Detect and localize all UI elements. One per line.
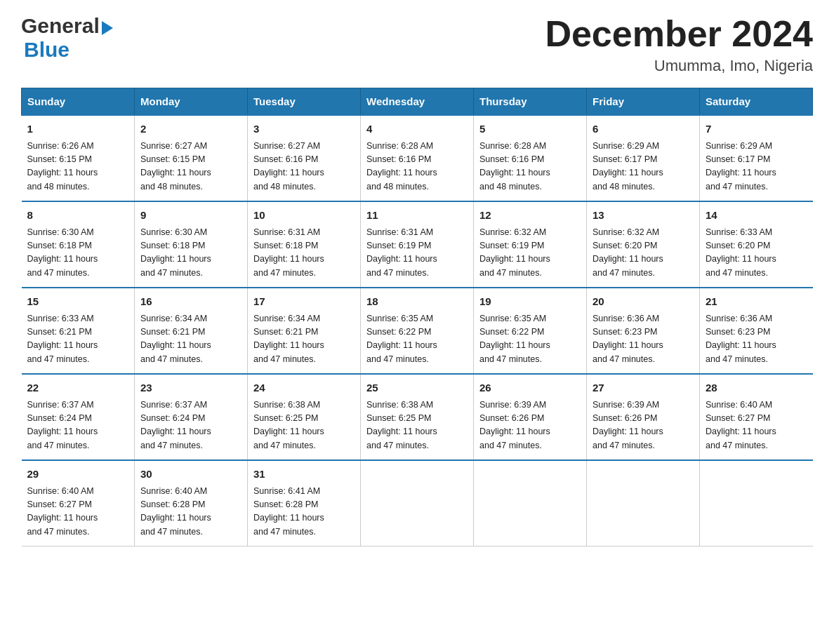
day-number: 23 — [140, 380, 241, 396]
calendar-week-row: 8Sunrise: 6:30 AMSunset: 6:18 PMDaylight… — [22, 201, 813, 288]
day-info: Sunrise: 6:41 AMSunset: 6:28 PMDaylight:… — [253, 485, 355, 539]
calendar-day-cell: 9Sunrise: 6:30 AMSunset: 6:18 PMDaylight… — [135, 201, 248, 288]
day-info: Sunrise: 6:29 AMSunset: 6:17 PMDaylight:… — [706, 140, 807, 194]
calendar-day-cell: 28Sunrise: 6:40 AMSunset: 6:27 PMDayligh… — [700, 374, 813, 460]
calendar-day-cell: 30Sunrise: 6:40 AMSunset: 6:28 PMDayligh… — [135, 460, 248, 546]
calendar-day-cell: 12Sunrise: 6:32 AMSunset: 6:19 PMDayligh… — [474, 201, 587, 288]
day-info: Sunrise: 6:36 AMSunset: 6:23 PMDaylight:… — [706, 312, 807, 367]
day-number: 9 — [140, 208, 241, 224]
weekday-header-thursday: Thursday — [474, 88, 587, 116]
day-number: 6 — [593, 121, 694, 137]
day-number: 21 — [706, 294, 807, 310]
day-info: Sunrise: 6:39 AMSunset: 6:26 PMDaylight:… — [593, 398, 694, 453]
day-number: 13 — [593, 208, 694, 224]
calendar-week-row: 22Sunrise: 6:37 AMSunset: 6:24 PMDayligh… — [22, 374, 813, 460]
calendar-day-cell: 11Sunrise: 6:31 AMSunset: 6:19 PMDayligh… — [361, 201, 474, 288]
day-info: Sunrise: 6:35 AMSunset: 6:22 PMDaylight:… — [366, 312, 468, 367]
calendar-day-cell: 31Sunrise: 6:41 AMSunset: 6:28 PMDayligh… — [248, 460, 361, 546]
calendar-day-cell: 26Sunrise: 6:39 AMSunset: 6:26 PMDayligh… — [474, 374, 587, 460]
day-number: 10 — [253, 208, 355, 224]
calendar-day-cell: 15Sunrise: 6:33 AMSunset: 6:21 PMDayligh… — [22, 288, 135, 374]
calendar-subtitle: Umumma, Imo, Nigeria — [545, 57, 813, 75]
day-info: Sunrise: 6:35 AMSunset: 6:22 PMDaylight:… — [479, 312, 581, 367]
logo-general-text: General — [21, 14, 100, 38]
day-info: Sunrise: 6:28 AMSunset: 6:16 PMDaylight:… — [479, 140, 581, 194]
day-info: Sunrise: 6:36 AMSunset: 6:23 PMDaylight:… — [593, 312, 694, 367]
calendar-day-cell: 17Sunrise: 6:34 AMSunset: 6:21 PMDayligh… — [248, 288, 361, 374]
calendar-week-row: 15Sunrise: 6:33 AMSunset: 6:21 PMDayligh… — [22, 288, 813, 374]
calendar-day-cell: 6Sunrise: 6:29 AMSunset: 6:17 PMDaylight… — [587, 115, 700, 201]
calendar-day-cell: 24Sunrise: 6:38 AMSunset: 6:25 PMDayligh… — [248, 374, 361, 460]
day-number: 7 — [706, 121, 807, 137]
day-info: Sunrise: 6:30 AMSunset: 6:18 PMDaylight:… — [27, 226, 129, 281]
weekday-header-wednesday: Wednesday — [361, 88, 474, 116]
calendar-day-cell: 20Sunrise: 6:36 AMSunset: 6:23 PMDayligh… — [587, 288, 700, 374]
page-header: General Blue December 2024 Umumma, Imo, … — [21, 14, 813, 75]
logo: General Blue — [21, 14, 113, 62]
day-number: 30 — [140, 467, 241, 483]
day-number: 3 — [253, 121, 355, 137]
day-number: 1 — [27, 121, 129, 137]
calendar-day-cell: 1Sunrise: 6:26 AMSunset: 6:15 PMDaylight… — [22, 115, 135, 201]
calendar-day-cell — [700, 460, 813, 546]
calendar-day-cell: 29Sunrise: 6:40 AMSunset: 6:27 PMDayligh… — [22, 460, 135, 546]
day-number: 17 — [253, 294, 355, 310]
logo-blue-text: Blue — [24, 38, 70, 61]
calendar-day-cell: 22Sunrise: 6:37 AMSunset: 6:24 PMDayligh… — [22, 374, 135, 460]
day-info: Sunrise: 6:38 AMSunset: 6:25 PMDaylight:… — [366, 398, 468, 453]
calendar-day-cell: 8Sunrise: 6:30 AMSunset: 6:18 PMDaylight… — [22, 201, 135, 288]
day-number: 8 — [27, 208, 129, 224]
day-info: Sunrise: 6:40 AMSunset: 6:27 PMDaylight:… — [27, 485, 129, 539]
calendar-day-cell: 10Sunrise: 6:31 AMSunset: 6:18 PMDayligh… — [248, 201, 361, 288]
day-number: 26 — [479, 380, 581, 396]
calendar-day-cell: 21Sunrise: 6:36 AMSunset: 6:23 PMDayligh… — [700, 288, 813, 374]
day-number: 24 — [253, 380, 355, 396]
day-number: 4 — [366, 121, 468, 137]
day-number: 19 — [479, 294, 581, 310]
calendar-day-cell: 18Sunrise: 6:35 AMSunset: 6:22 PMDayligh… — [361, 288, 474, 374]
day-info: Sunrise: 6:32 AMSunset: 6:19 PMDaylight:… — [479, 226, 581, 281]
day-info: Sunrise: 6:32 AMSunset: 6:20 PMDaylight:… — [593, 226, 694, 281]
day-number: 29 — [27, 467, 129, 483]
day-info: Sunrise: 6:33 AMSunset: 6:21 PMDaylight:… — [27, 312, 129, 367]
day-number: 28 — [706, 380, 807, 396]
day-number: 11 — [366, 208, 468, 224]
calendar-week-row: 29Sunrise: 6:40 AMSunset: 6:27 PMDayligh… — [22, 460, 813, 546]
day-info: Sunrise: 6:28 AMSunset: 6:16 PMDaylight:… — [366, 140, 468, 194]
day-info: Sunrise: 6:26 AMSunset: 6:15 PMDaylight:… — [27, 140, 129, 194]
day-number: 14 — [706, 208, 807, 224]
weekday-header-tuesday: Tuesday — [248, 88, 361, 116]
day-number: 12 — [479, 208, 581, 224]
day-number: 18 — [366, 294, 468, 310]
calendar-title: December 2024 — [545, 14, 813, 54]
day-info: Sunrise: 6:37 AMSunset: 6:24 PMDaylight:… — [140, 398, 241, 453]
day-number: 31 — [253, 467, 355, 483]
day-number: 15 — [27, 294, 129, 310]
calendar-day-cell: 16Sunrise: 6:34 AMSunset: 6:21 PMDayligh… — [135, 288, 248, 374]
day-info: Sunrise: 6:27 AMSunset: 6:15 PMDaylight:… — [140, 140, 241, 194]
day-info: Sunrise: 6:27 AMSunset: 6:16 PMDaylight:… — [253, 140, 355, 194]
day-info: Sunrise: 6:38 AMSunset: 6:25 PMDaylight:… — [253, 398, 355, 453]
day-info: Sunrise: 6:39 AMSunset: 6:26 PMDaylight:… — [479, 398, 581, 453]
calendar-day-cell: 27Sunrise: 6:39 AMSunset: 6:26 PMDayligh… — [587, 374, 700, 460]
day-info: Sunrise: 6:40 AMSunset: 6:27 PMDaylight:… — [706, 398, 807, 453]
calendar-day-cell: 5Sunrise: 6:28 AMSunset: 6:16 PMDaylight… — [474, 115, 587, 201]
calendar-day-cell: 3Sunrise: 6:27 AMSunset: 6:16 PMDaylight… — [248, 115, 361, 201]
calendar-day-cell: 23Sunrise: 6:37 AMSunset: 6:24 PMDayligh… — [135, 374, 248, 460]
day-info: Sunrise: 6:30 AMSunset: 6:18 PMDaylight:… — [140, 226, 241, 281]
day-info: Sunrise: 6:29 AMSunset: 6:17 PMDaylight:… — [593, 140, 694, 194]
weekday-header-friday: Friday — [587, 88, 700, 116]
day-number: 5 — [479, 121, 581, 137]
weekday-header-row: SundayMondayTuesdayWednesdayThursdayFrid… — [22, 88, 813, 116]
weekday-header-monday: Monday — [135, 88, 248, 116]
day-info: Sunrise: 6:34 AMSunset: 6:21 PMDaylight:… — [253, 312, 355, 367]
day-info: Sunrise: 6:34 AMSunset: 6:21 PMDaylight:… — [140, 312, 241, 367]
day-info: Sunrise: 6:37 AMSunset: 6:24 PMDaylight:… — [27, 398, 129, 453]
calendar-header: December 2024 Umumma, Imo, Nigeria — [545, 14, 813, 75]
calendar-day-cell: 14Sunrise: 6:33 AMSunset: 6:20 PMDayligh… — [700, 201, 813, 288]
day-info: Sunrise: 6:31 AMSunset: 6:18 PMDaylight:… — [253, 226, 355, 281]
logo-arrow-icon — [102, 21, 113, 35]
weekday-header-sunday: Sunday — [22, 88, 135, 116]
calendar-day-cell: 2Sunrise: 6:27 AMSunset: 6:15 PMDaylight… — [135, 115, 248, 201]
day-info: Sunrise: 6:33 AMSunset: 6:20 PMDaylight:… — [706, 226, 807, 281]
